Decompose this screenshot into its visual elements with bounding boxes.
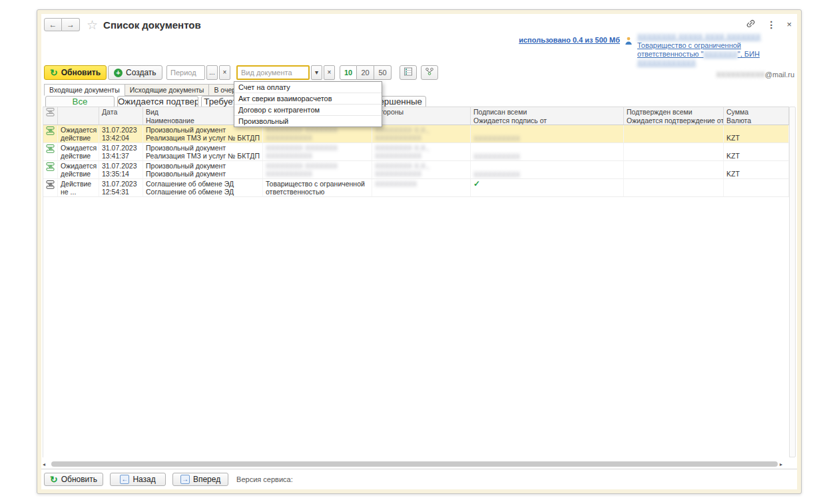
history-back-button[interactable]: ←: [44, 18, 62, 31]
user-icon: [625, 37, 633, 47]
list-settings-button[interactable]: [400, 65, 417, 80]
close-icon[interactable]: ×: [786, 20, 792, 29]
table-header: Дата ВидНаименование Стороны Подписан вс…: [43, 107, 789, 125]
tab-incoming-documents[interactable]: Входящие документы: [44, 84, 125, 96]
footer-forward-button[interactable]: → Вперед: [172, 473, 228, 486]
back-arrow-icon: ←: [120, 475, 129, 484]
table-row[interactable]: Ожидается действие 31.07.202313:41:37 Пр…: [43, 143, 789, 161]
more-menu-icon[interactable]: ⋮: [766, 20, 776, 29]
documents-table: Дата ВидНаименование Стороны Подписан вс…: [43, 107, 790, 457]
create-label: Создать: [126, 68, 156, 77]
document-list-window: ← → ☆ Список документов ⋮ × использовано…: [37, 9, 802, 494]
app-canvas: ← → ☆ Список документов ⋮ × использовано…: [0, 0, 831, 504]
document-exchange-icon: [46, 128, 55, 136]
row-status: Действие не ...: [58, 179, 99, 196]
row-confirmed: [624, 179, 724, 196]
create-button[interactable]: + Создать: [108, 65, 162, 80]
scroll-left-icon[interactable]: ◂: [43, 461, 49, 467]
row-sum: KZT: [724, 125, 789, 142]
favorite-star-icon[interactable]: ☆: [87, 17, 98, 33]
storage-quota-link[interactable]: использовано 0.4 из 500 Мб: [519, 36, 620, 44]
row-signed: ✓: [471, 179, 624, 196]
doctype-combo-input[interactable]: [236, 65, 310, 80]
row-sender: ХХХХХХХХ ХХХХХХХ ХХХХХХХХХХ: [263, 143, 372, 160]
page-size-10-button[interactable]: 10: [340, 65, 357, 80]
dropdown-item-reconciliation-act[interactable]: Акт сверки взаиморасчетов: [234, 93, 382, 105]
plus-icon: +: [114, 69, 123, 77]
row-status: Ожидается действие: [58, 161, 99, 178]
refresh-icon: ↻: [50, 69, 58, 77]
titlebar-actions: ⋮ ×: [746, 19, 794, 31]
footer-back-label: Назад: [133, 475, 155, 484]
row-kind-name: Произвольный документПроизвольный докуме…: [143, 161, 263, 178]
scroll-right-icon[interactable]: ▸: [780, 461, 786, 467]
vertical-scrollbar[interactable]: [789, 107, 796, 457]
page-title: Список документов: [103, 19, 201, 31]
period-input[interactable]: [166, 65, 205, 80]
org-redacted-text: ХХХХХХХХ ХХХХХ ХХХХ ХХХХХХХ: [637, 33, 760, 41]
row-sender: Товарищество с ограниченной ответственно…: [263, 179, 372, 196]
period-clear-button[interactable]: ×: [219, 65, 230, 80]
row-confirmed: [624, 161, 724, 178]
header-confirmed[interactable]: Подтвержден всемиОжидается подтверждение…: [624, 107, 724, 125]
header-status[interactable]: [58, 107, 99, 125]
doctype-clear-button[interactable]: ×: [324, 65, 335, 80]
dropdown-item-contract[interactable]: Договор с контрагентом: [234, 105, 382, 116]
forward-arrow-icon: →: [180, 475, 190, 484]
get-link-icon[interactable]: [746, 19, 756, 31]
grouping-button[interactable]: [421, 65, 438, 80]
row-kind-name: Соглашение об обмене ЭДСоглашение об обм…: [143, 179, 263, 196]
history-forward-button[interactable]: →: [62, 18, 80, 31]
scrollbar-thumb[interactable]: [51, 461, 778, 467]
footer-refresh-label: Обновить: [61, 475, 97, 484]
row-date: 31.07.202312:54:31: [99, 179, 143, 196]
doctype-dropdown-button[interactable]: ▾: [311, 65, 322, 80]
row-date: 31.07.202313:35:14: [99, 161, 143, 178]
hierarchy-icon: [425, 67, 434, 78]
refresh-icon: ↻: [50, 475, 58, 483]
service-version-label: Версия сервиса:: [236, 475, 293, 483]
document-exchange-icon: [46, 164, 55, 172]
dropdown-item-arbitrary[interactable]: Произвольный: [234, 116, 382, 126]
header-sum[interactable]: СуммаВалюта: [724, 107, 789, 125]
refresh-button[interactable]: ↻ Обновить: [44, 65, 107, 80]
document-exchange-icon: [46, 146, 55, 154]
header-parties[interactable]: Стороны: [372, 107, 471, 125]
footer-refresh-button[interactable]: ↻ Обновить: [44, 473, 103, 486]
document-exchange-icon: [46, 110, 55, 118]
dropdown-item-invoice[interactable]: Счет на оплату: [234, 82, 382, 93]
page-size-20-button[interactable]: 20: [357, 65, 374, 80]
table-row[interactable]: Действие не ... 31.07.202312:54:31 Согла…: [43, 179, 789, 197]
table-row[interactable]: Ожидается действие 31.07.202313:35:14 Пр…: [43, 161, 789, 179]
row-confirmed: [624, 143, 724, 160]
refresh-label: Обновить: [61, 68, 101, 77]
signed-check-icon: ✓: [473, 180, 621, 188]
row-sender: ХХХХХХХХ ХХХХХХХ ХХХХХХХХХХ: [263, 161, 372, 178]
titlebar: ← → ☆ Список документов ⋮ ×: [44, 16, 794, 33]
horizontal-scrollbar[interactable]: ◂ ▸: [43, 461, 786, 467]
footer-forward-label: Вперед: [193, 475, 220, 484]
period-picker-button[interactable]: ...: [206, 65, 218, 80]
org-visible-text: ", БИН: [738, 50, 760, 58]
org-visible-text: Товарищество с: [637, 41, 692, 49]
toolbar: ↻ Обновить + Создать ... ×: [44, 65, 794, 80]
row-date: 31.07.202313:41:37: [99, 143, 143, 160]
document-exchange-icon: [46, 182, 55, 190]
organization-link[interactable]: ХХХХХХХХ ХХХХХ ХХХХ ХХХХХХХ Товарищество…: [637, 33, 796, 67]
header-date[interactable]: Дата: [99, 107, 143, 125]
row-date: 31.07.202313:42:04: [99, 125, 143, 142]
row-signed: ХХХХХХХХХХ: [471, 161, 624, 178]
window-content: ← → ☆ Список документов ⋮ × использовано…: [41, 14, 797, 489]
history-nav-group: ← →: [44, 18, 80, 31]
row-parties: ХХХХХХХХ Х.Х., ХХХХХХХХХХ: [372, 161, 471, 178]
row-signed: ХХХХХХХХХХ: [471, 125, 624, 142]
page-size-50-button[interactable]: 50: [374, 65, 392, 80]
footer-back-button[interactable]: ← Назад: [110, 473, 166, 486]
header-signed[interactable]: Подписан всемиОжидается подпись от: [471, 107, 624, 125]
row-kind-name: Произвольный документРеализация ТМЗ и ус…: [143, 143, 263, 160]
row-parties: ХХХХХХХХХ: [372, 179, 471, 196]
tab-outgoing-documents[interactable]: Исходящие документы: [125, 84, 210, 96]
row-parties: ХХХХХХХХ Х.Х., ХХХХХХХХХХ: [372, 143, 471, 160]
table-row[interactable]: Ожидается действие 31.07.202313:42:04 Пр…: [43, 125, 789, 143]
row-parties: ХХХХХХХХ Х.Х., ХХХХХХХХХХ: [372, 125, 471, 142]
